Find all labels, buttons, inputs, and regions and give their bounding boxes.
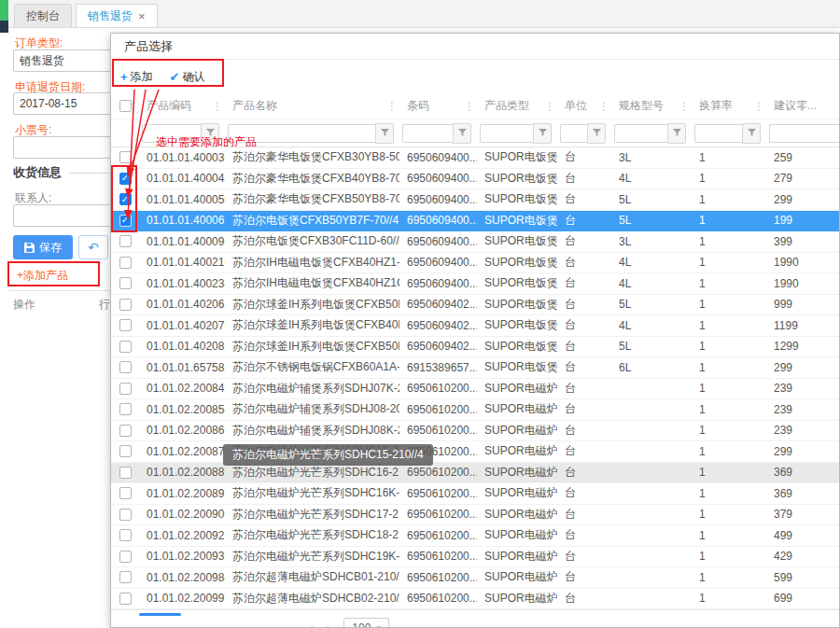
column-label: 建议零... [774,98,817,114]
row-checkbox[interactable] [119,341,132,353]
row-checkbox[interactable] [119,571,132,583]
filter-input-unit[interactable] [560,124,587,143]
tab-console[interactable]: 控制台 [14,4,72,27]
row-checkbox[interactable] [119,257,132,269]
cell-rate: 1 [692,382,766,395]
row-checkbox[interactable] [119,151,132,163]
column-header-product-name[interactable]: 产品名称 ⋮ [225,98,399,114]
row-checkbox[interactable] [119,319,132,331]
table-row[interactable]: 01.01.01.400067苏泊尔电饭煲CFXB50YB7F-70//4695… [111,211,839,232]
cell-barcode: 6950609402... [399,319,477,332]
row-checkbox-cell [111,319,139,331]
filter-funnel-icon[interactable] [453,123,471,144]
table-row[interactable]: 01.01.01.402078苏泊尔球釜IH系列电饭煲CFXB40HZ6-1..… [111,315,839,337]
table-row[interactable]: 01.01.01.402085苏泊尔球釜IH系列电饭煲CFXB50HZ6-1..… [111,337,839,358]
column-label: 条码 [407,98,429,114]
row-checkbox[interactable] [119,467,132,479]
column-header-rate[interactable]: 换算率 ⋮ [692,98,766,114]
row-checkbox[interactable] [119,403,132,415]
row-checkbox[interactable] [119,215,132,227]
page-size-select[interactable]: 100 ▾ [343,618,389,628]
tab-bar: 控制台 销售退货 × [8,0,840,28]
filter-funnel-icon[interactable] [201,123,219,144]
column-menu-icon[interactable]: ⋮ [753,100,764,113]
confirm-button[interactable]: ✔ 确认 [170,69,205,85]
save-button[interactable]: 保存 [13,235,73,259]
table-row[interactable]: 01.01.02.200892苏泊尔电磁炉光芒系列SDHC16K-210//46… [111,483,839,505]
filter-funnel-icon[interactable] [587,123,606,144]
row-checkbox[interactable] [119,445,132,457]
row-checkbox[interactable] [119,277,132,289]
row-checkbox[interactable] [119,551,132,563]
table-row[interactable]: 01.01.01.400036苏泊尔豪华电饭煲CFXB30YB8-50//469… [111,147,839,169]
next-page-button[interactable]: › [327,621,331,628]
close-icon[interactable]: × [138,9,146,23]
column-header-unit[interactable]: 单位 ⋮ [557,98,611,114]
table-row[interactable]: 01.01.02.200847苏泊尔电磁炉辅煲系列SDHJ07K-200//46… [111,379,839,400]
add-product-link[interactable]: +添加产品 [17,268,68,284]
column-menu-icon[interactable]: ⋮ [386,100,398,113]
column-header-product-code[interactable]: 产品编码 ⋮ [139,98,225,114]
row-checkbox[interactable] [119,361,132,373]
filter-funnel-icon[interactable] [667,123,686,144]
row-checkbox[interactable] [119,509,132,521]
cell-spec: 5L [611,193,692,206]
column-header-price[interactable]: 建议零... [766,98,840,114]
filter-input-product-type[interactable] [480,124,533,143]
row-checkbox[interactable] [119,235,132,247]
column-menu-icon[interactable]: ⋮ [598,100,609,113]
row-checkbox-cell [111,509,139,521]
filter-funnel-icon[interactable] [375,123,394,144]
table-row[interactable]: 01.01.02.200854苏泊尔电磁炉辅煲系列SDHJ08-200//469… [111,399,839,421]
filter-input-barcode[interactable] [402,124,453,143]
row-checkbox[interactable] [119,173,132,185]
filter-funnel-icon[interactable] [742,123,761,144]
filter-funnel-icon[interactable] [533,123,552,144]
column-header-product-type[interactable]: 产品类型 ⋮ [477,98,557,114]
table-row[interactable]: 01.01.02.200885苏泊尔电磁炉光芒系列SDHC16-210//469… [111,463,839,484]
table-row[interactable]: 01.01.02.200861苏泊尔电磁炉辅煲系列SDHJ08K-200//46… [111,421,839,442]
table-row[interactable]: 01.01.02.200878苏泊尔电磁炉光芒系列SDHC15-210//469… [111,441,839,463]
horizontal-scrollbar[interactable] [139,613,181,616]
table-row[interactable]: 01.01.01.400234苏泊尔IH电磁电饭煲CFXB40HZ1C-120.… [111,273,839,295]
row-checkbox[interactable] [119,193,132,205]
row-checkbox[interactable] [119,299,132,311]
cell-barcode: 6950610200... [399,529,477,542]
prev-page-button[interactable]: ‹ [309,621,314,628]
cell-rate: 1 [692,361,766,374]
undo-button[interactable]: ↶ [78,235,108,259]
column-menu-icon[interactable]: ⋮ [464,100,475,113]
row-checkbox[interactable] [119,383,132,395]
row-checkbox[interactable] [119,593,132,605]
column-header-spec[interactable]: 规格型号 ⋮ [611,98,692,114]
filter-input-price[interactable] [769,124,840,143]
cell-type: SUPOR电饭煲 [477,317,557,333]
row-checkbox[interactable] [119,425,132,437]
cell-name: 苏泊尔超薄电磁炉SDHCB02-210//4 [225,591,399,607]
table-row[interactable]: 01.01.01.400050苏泊尔豪华电饭煲CFXB50YB8-70//469… [111,189,839,211]
table-row[interactable]: 01.01.02.200922苏泊尔电磁炉光芒系列SDHC18-210//469… [111,525,839,547]
table-row[interactable]: 01.01.02.200991苏泊尔超薄电磁炉SDHCB02-210//4695… [111,589,839,610]
filter-input-product-name[interactable] [228,124,375,143]
table-row[interactable]: 01.01.02.200939苏泊尔电磁炉光芒系列SDHC19K-210//46… [111,547,839,568]
row-checkbox[interactable] [119,487,132,499]
table-row[interactable]: 01.01.01.657582苏泊尔不锈钢电饭锅CFXB60A1A-90//46… [111,357,839,379]
select-all-checkbox[interactable] [119,100,132,112]
add-button[interactable]: + 添加 [120,69,153,85]
tab-sales-return[interactable]: 销售退货 × [76,4,158,27]
column-header-barcode[interactable]: 条码 ⋮ [399,98,477,114]
table-row[interactable]: 01.01.01.402061苏泊尔球釜IH系列电饭煲CFXB50HC3-1..… [111,295,839,316]
cell-barcode: 6950609402... [399,340,477,353]
table-row[interactable]: 01.01.02.200908苏泊尔电磁炉光芒系列SDHC17-210//469… [111,505,839,526]
filter-input-spec[interactable] [614,124,667,143]
column-menu-icon[interactable]: ⋮ [679,100,690,113]
column-menu-icon[interactable]: ⋮ [212,100,223,113]
row-checkbox[interactable] [119,529,132,541]
filter-input-rate[interactable] [694,124,742,143]
table-row[interactable]: 01.01.01.400210苏泊尔IH电磁电饭煲CFXB40HZ1-120//… [111,253,839,274]
table-row[interactable]: 01.01.01.400043苏泊尔豪华电饭煲CFXB40YB8-70//469… [111,169,839,190]
table-row[interactable]: 01.01.02.200984苏泊尔超薄电磁炉SDHCB01-210//4695… [111,567,839,589]
table-row[interactable]: 01.01.01.400098苏泊尔电饭煲CFXB30FC11D-60//469… [111,231,839,253]
filter-input-product-code[interactable] [142,124,201,143]
column-menu-icon[interactable]: ⋮ [544,100,555,113]
